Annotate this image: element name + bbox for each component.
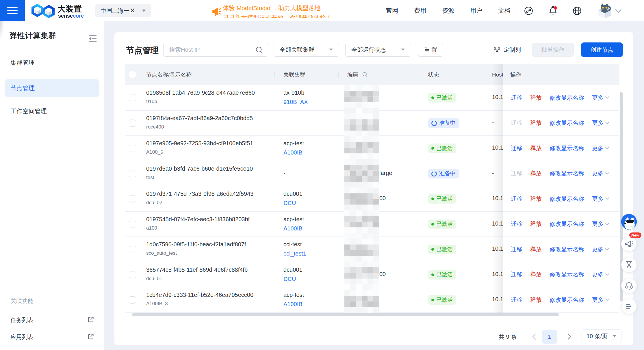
action-release[interactable]: 释放 <box>530 144 542 152</box>
action-more[interactable]: 更多 <box>592 144 609 152</box>
action-rename[interactable]: 修改显示名称 <box>550 245 584 253</box>
horizontal-scrollbar[interactable] <box>132 313 559 316</box>
vertical-scrollbar[interactable] <box>620 92 623 301</box>
chevron-down-icon <box>605 172 609 175</box>
action-more[interactable]: 更多 <box>592 170 609 177</box>
action-rename[interactable]: 修改显示名称 <box>550 119 584 127</box>
cluster-link[interactable]: A100IB <box>283 149 302 156</box>
sidebar-collapse-icon[interactable] <box>88 35 97 42</box>
cluster-filter-select[interactable]: 全部关联集群 <box>274 43 339 57</box>
search-icon[interactable] <box>255 46 263 54</box>
language-globe-icon[interactable] <box>573 0 582 21</box>
column-header-code[interactable]: 编码 <box>347 64 368 85</box>
expand-panel-button[interactable] <box>621 299 637 314</box>
pagination-prev-button[interactable] <box>530 333 538 341</box>
pagination-next-button[interactable] <box>565 333 573 341</box>
action-release[interactable]: 释放 <box>530 296 542 304</box>
action-rename[interactable]: 修改显示名称 <box>550 195 584 203</box>
pagination-page-1[interactable]: 1 <box>542 330 557 344</box>
cluster-link[interactable]: cci_test1 <box>283 250 306 257</box>
action-release[interactable]: 释放 <box>530 170 542 177</box>
nav-item-resources[interactable]: 资源 <box>442 7 454 15</box>
announcement-button[interactable] <box>621 236 637 252</box>
reset-button[interactable]: 重 置 <box>418 43 443 57</box>
status-filter-select[interactable]: 全部运行状态 <box>345 43 411 57</box>
sidebar-item-workspace-management[interactable]: 工作空间管理 <box>5 102 99 120</box>
row-checkbox[interactable] <box>129 120 136 127</box>
action-migrate[interactable]: 迁移 <box>511 245 522 253</box>
action-migrate[interactable]: 迁移 <box>511 296 522 304</box>
action-more[interactable]: 更多 <box>592 271 609 278</box>
action-release[interactable]: 释放 <box>530 245 542 253</box>
column-header-cluster[interactable]: 关联集群 <box>283 64 305 85</box>
notification-dot <box>554 6 557 10</box>
assistant-dog-button[interactable] <box>621 214 637 230</box>
action-more[interactable]: 更多 <box>592 245 609 253</box>
cluster-link[interactable]: A100IB <box>283 301 302 308</box>
row-checkbox[interactable] <box>129 271 136 278</box>
account-caret-icon[interactable] <box>615 9 622 13</box>
action-migrate[interactable]: 迁移 <box>511 144 522 152</box>
sensecore-logo-icon[interactable] <box>31 4 55 18</box>
row-checkbox[interactable] <box>129 94 136 101</box>
external-link-icon-tasks[interactable] <box>87 316 94 323</box>
console-link-icon[interactable] <box>524 0 533 21</box>
search-input[interactable] <box>169 43 256 56</box>
user-avatar-cat-box[interactable] <box>597 3 613 18</box>
row-checkbox[interactable] <box>129 246 136 253</box>
action-rename[interactable]: 修改显示名称 <box>550 271 584 278</box>
create-node-button[interactable]: 创建节点 <box>581 42 623 57</box>
row-checkbox[interactable] <box>129 221 136 228</box>
action-more[interactable]: 更多 <box>592 119 609 127</box>
action-release[interactable]: 释放 <box>530 94 542 102</box>
announcement-banner[interactable]: 体验 ModelStudio ，助力大模型落地 日日新大模型正式开放，欢迎开通体… <box>211 4 333 18</box>
row-checkbox[interactable] <box>129 296 136 304</box>
column-header-name[interactable]: 节点名称/显示名称 <box>146 64 192 85</box>
sidebar-link-task-list[interactable]: 任务列表 <box>10 316 34 324</box>
action-release[interactable]: 释放 <box>530 195 542 203</box>
hamburger-menu-button[interactable] <box>0 0 25 21</box>
action-more[interactable]: 更多 <box>592 94 609 102</box>
action-more[interactable]: 更多 <box>592 195 609 203</box>
column-header-host-ip[interactable]: Host IP <box>492 64 503 85</box>
select-all-checkbox[interactable] <box>129 71 136 78</box>
action-release[interactable]: 释放 <box>530 220 542 228</box>
action-rename[interactable]: 修改显示名称 <box>550 94 584 102</box>
action-release[interactable]: 释放 <box>530 119 542 127</box>
cluster-link[interactable]: A100IB <box>283 225 302 232</box>
support-button[interactable] <box>621 278 637 293</box>
sidebar-item-node-management[interactable]: 节点管理 <box>5 79 99 97</box>
sidebar-item-cluster-management[interactable]: 集群管理 <box>5 53 99 72</box>
cluster-link[interactable]: DCU <box>283 200 296 206</box>
cluster-link[interactable]: 910B_AX <box>283 99 308 105</box>
column-header-actions[interactable]: 操作 <box>510 64 521 85</box>
nav-item-docs[interactable]: 文档 <box>498 7 510 15</box>
column-header-status[interactable]: 状态 <box>428 64 439 85</box>
action-migrate[interactable]: 迁移 <box>511 220 522 228</box>
row-checkbox[interactable] <box>129 170 136 177</box>
row-checkbox[interactable] <box>129 195 136 202</box>
action-rename[interactable]: 修改显示名称 <box>550 296 584 304</box>
customize-columns-button[interactable]: 定制列 <box>494 43 521 57</box>
action-migrate[interactable]: 迁移 <box>511 195 522 203</box>
external-link-icon-apps[interactable] <box>87 333 94 340</box>
action-rename[interactable]: 修改显示名称 <box>550 170 584 177</box>
cluster-link[interactable]: DCU <box>283 276 296 282</box>
notification-bell-icon[interactable] <box>548 0 558 21</box>
history-button[interactable] <box>621 257 637 273</box>
action-release[interactable]: 释放 <box>530 271 542 278</box>
action-migrate[interactable]: 迁移 <box>511 271 522 278</box>
action-rename[interactable]: 修改显示名称 <box>550 220 584 228</box>
action-more[interactable]: 更多 <box>592 220 609 228</box>
row-checkbox[interactable] <box>129 145 136 152</box>
nav-item-billing[interactable]: 费用 <box>414 7 426 15</box>
action-rename[interactable]: 修改显示名称 <box>550 144 584 152</box>
nav-item-official-site[interactable]: 官网 <box>386 7 398 15</box>
page-size-select[interactable]: 10 条/页 <box>582 329 621 343</box>
action-more[interactable]: 更多 <box>592 296 609 304</box>
sidebar-link-app-list[interactable]: 应用列表 <box>10 333 34 341</box>
region-selector[interactable]: 中国上海一区 <box>95 4 151 17</box>
nav-item-users[interactable]: 用户 <box>470 7 482 15</box>
batch-operations-button[interactable]: 批量操作 <box>532 43 574 57</box>
action-migrate[interactable]: 迁移 <box>511 94 522 102</box>
